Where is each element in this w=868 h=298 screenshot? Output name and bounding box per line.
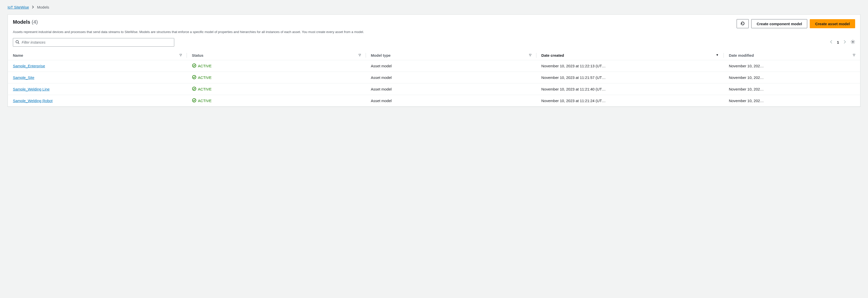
status-text: ACTIVE bbox=[198, 99, 212, 103]
search-wrap bbox=[13, 38, 174, 47]
col-header-date-created-label: Date created bbox=[541, 53, 564, 58]
check-circle-icon bbox=[192, 75, 196, 80]
col-header-date-created[interactable]: Date created ▼ bbox=[536, 51, 724, 60]
model-name-link[interactable]: Sample_Site bbox=[13, 75, 34, 80]
filter-instances-input[interactable] bbox=[13, 38, 174, 47]
svg-line-1 bbox=[18, 43, 19, 44]
status-badge: ACTIVE bbox=[192, 63, 212, 69]
sort-icon: ▽ bbox=[180, 53, 182, 57]
col-header-model-type[interactable]: Model type ▽ bbox=[366, 51, 536, 60]
breadcrumb: IoT SiteWise Models bbox=[7, 5, 861, 9]
toolbar: 1 bbox=[8, 38, 860, 51]
models-table: Name ▽ Status ▽ Model type ▽ Date create… bbox=[8, 51, 860, 106]
breadcrumb-root-link[interactable]: IoT SiteWise bbox=[7, 5, 29, 9]
status-badge: ACTIVE bbox=[192, 87, 212, 92]
status-badge: ACTIVE bbox=[192, 98, 212, 103]
check-circle-icon bbox=[192, 87, 196, 92]
models-panel: Models (4) Create component model Create… bbox=[7, 14, 861, 107]
date-created-cell: November 10, 2023 at 11:21:24 (UT… bbox=[536, 95, 724, 106]
date-modified-cell: November 10, 202… bbox=[724, 83, 860, 95]
table-settings-button[interactable] bbox=[850, 40, 855, 45]
status-badge: ACTIVE bbox=[192, 75, 212, 80]
model-type-cell: Asset model bbox=[366, 95, 536, 106]
date-created-cell: November 10, 2023 at 11:22:13 (UT… bbox=[536, 60, 724, 72]
search-icon bbox=[16, 40, 20, 45]
table-row: Sample_SiteACTIVEAsset modelNovember 10,… bbox=[8, 72, 860, 83]
model-type-cell: Asset model bbox=[366, 72, 536, 83]
status-text: ACTIVE bbox=[198, 64, 212, 68]
action-buttons: Create component model Create asset mode… bbox=[737, 19, 855, 28]
table-row: Sample_Welding RobotACTIVEAsset modelNov… bbox=[8, 95, 860, 106]
gear-icon bbox=[850, 40, 855, 45]
page-title-count: (4) bbox=[32, 19, 38, 25]
breadcrumb-separator-icon bbox=[32, 5, 34, 9]
date-modified-cell: November 10, 202… bbox=[724, 60, 860, 72]
model-type-cell: Asset model bbox=[366, 83, 536, 95]
col-header-status-label: Status bbox=[192, 53, 204, 58]
col-header-date-modified-label: Date modified bbox=[729, 53, 754, 58]
pagination: 1 bbox=[830, 40, 855, 45]
svg-point-2 bbox=[852, 41, 854, 43]
refresh-icon bbox=[740, 21, 745, 27]
table-row: Sample_Welding LineACTIVEAsset modelNove… bbox=[8, 83, 860, 95]
page-prev-button[interactable] bbox=[830, 40, 832, 44]
status-text: ACTIVE bbox=[198, 87, 212, 91]
date-modified-cell: November 10, 202… bbox=[724, 72, 860, 83]
sort-desc-icon: ▼ bbox=[716, 53, 719, 57]
sort-icon: ▽ bbox=[853, 53, 855, 57]
panel-description: Assets represent industrial devices and … bbox=[8, 28, 860, 38]
page-title-text: Models bbox=[13, 19, 30, 25]
refresh-button[interactable] bbox=[737, 19, 749, 28]
date-created-cell: November 10, 2023 at 11:21:40 (UT… bbox=[536, 83, 724, 95]
status-text: ACTIVE bbox=[198, 75, 212, 80]
col-header-date-modified[interactable]: Date modified ▽ bbox=[724, 51, 860, 60]
col-header-name[interactable]: Name ▽ bbox=[8, 51, 187, 60]
col-header-name-label: Name bbox=[13, 53, 23, 58]
sort-icon: ▽ bbox=[529, 53, 531, 57]
check-circle-icon bbox=[192, 98, 196, 103]
model-name-link[interactable]: Sample_Welding Robot bbox=[13, 99, 53, 103]
create-component-model-button[interactable]: Create component model bbox=[751, 19, 807, 28]
breadcrumb-current: Models bbox=[37, 5, 49, 9]
model-name-link[interactable]: Sample_Welding Line bbox=[13, 87, 50, 91]
date-created-cell: November 10, 2023 at 11:21:57 (UT… bbox=[536, 72, 724, 83]
check-circle-icon bbox=[192, 63, 196, 69]
chevron-left-icon bbox=[830, 40, 832, 44]
col-header-status[interactable]: Status ▽ bbox=[187, 51, 366, 60]
page-container: IoT SiteWise Models Models (4) Create co… bbox=[0, 0, 868, 112]
page-next-button[interactable] bbox=[843, 40, 846, 44]
model-type-cell: Asset model bbox=[366, 60, 536, 72]
date-modified-cell: November 10, 202… bbox=[724, 95, 860, 106]
page-number: 1 bbox=[837, 40, 839, 44]
sort-icon: ▽ bbox=[359, 53, 361, 57]
page-title: Models (4) bbox=[13, 19, 38, 25]
panel-header: Models (4) Create component model Create… bbox=[8, 14, 860, 28]
col-header-model-type-label: Model type bbox=[371, 53, 391, 58]
create-asset-model-button[interactable]: Create asset model bbox=[810, 19, 855, 28]
chevron-right-icon bbox=[843, 40, 846, 44]
svg-point-0 bbox=[16, 40, 19, 43]
table-row: Sample_EnterpriseACTIVEAsset modelNovemb… bbox=[8, 60, 860, 72]
model-name-link[interactable]: Sample_Enterprise bbox=[13, 64, 45, 68]
